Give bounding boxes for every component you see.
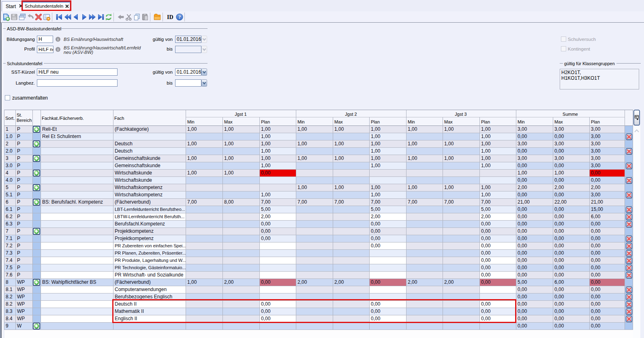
svg-text:?: ? bbox=[178, 14, 180, 20]
